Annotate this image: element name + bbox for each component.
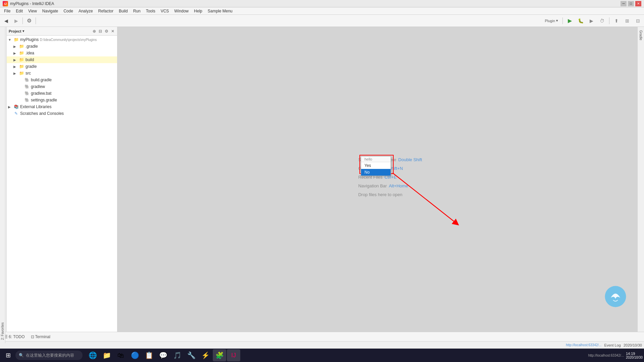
chevron-down-icon: ▾: [556, 18, 558, 23]
menu-bar: File Edit View Navigate Code Analyze Ref…: [0, 7, 644, 15]
tree-arrow-scratches: ▶: [8, 112, 13, 116]
tree-label-gradlew-bat: gradlew.bat: [31, 91, 51, 96]
tree-arrow-src: ▶: [13, 72, 19, 75]
search-placeholder: 在这里输入您要搜索的内容: [26, 353, 74, 358]
menu-samplemenu[interactable]: Sample Menu: [205, 8, 235, 14]
folder-icon-gradle: 📁: [19, 64, 24, 69]
popup-item-yes[interactable]: Yes: [361, 162, 391, 169]
editor-background: Search Everywhere Double Shift Go to Fil…: [117, 27, 637, 332]
taskbar-idea[interactable]: 🧩: [213, 349, 226, 361]
tree-arrow-gradlew-bat: ▶: [19, 92, 24, 95]
tree-item-root[interactable]: ▼ 📁 myPlugins D:\IdeaCommunity\projects\…: [7, 36, 117, 43]
tree-item-gradlew-bat[interactable]: ▶ 🐘 gradlew.bat: [7, 90, 117, 97]
update-button[interactable]: ⬆: [612, 16, 621, 26]
hint-search-key: Double Shift: [398, 155, 422, 164]
project-panel: Project ▾ ⊕ ⊟ ⚙ ✕ ▼ 📁 myPlugins D:\IdeaC…: [7, 27, 117, 332]
tree-item-gradlew[interactable]: ▶ 🐘 gradlew: [7, 83, 117, 90]
tree-item-idea[interactable]: ▶ 📁 .idea: [7, 50, 117, 56]
sidebar-item-gradle[interactable]: Gradle: [638, 28, 643, 42]
tree-item-settings-gradle[interactable]: ▶ 🐘 settings.gradle: [7, 97, 117, 103]
menu-file[interactable]: File: [1, 8, 13, 14]
favorites-tab[interactable]: 2: Favorites: [0, 320, 5, 342]
tree-item-build-gradle[interactable]: ▶ 🐘 build.gradle: [7, 77, 117, 83]
hint-drop-text: Drop files here to open: [358, 190, 402, 199]
menu-view[interactable]: View: [26, 8, 40, 14]
taskbar-chrome[interactable]: 🔵: [128, 349, 142, 361]
run-with-coverage-button[interactable]: ▶: [587, 16, 596, 26]
popup-container: hello Yes No: [361, 156, 391, 176]
hint-navbar-key: Alt+Home: [389, 182, 408, 190]
tree-item-build[interactable]: ▶ 📁 build: [7, 56, 117, 63]
run-button[interactable]: ▶: [565, 16, 575, 26]
hint-navbar: Navigation Bar Alt+Home: [358, 182, 422, 190]
popup-header: hello: [361, 156, 391, 162]
taskbar-explorer[interactable]: 📁: [100, 349, 113, 361]
tree-label-root: myPlugins D:\IdeaCommunity\projects\myPl…: [20, 37, 97, 42]
start-button[interactable]: ⊞: [1, 349, 15, 361]
panel-collapse-all[interactable]: ⊟: [98, 28, 103, 34]
menu-refactor[interactable]: Refactor: [96, 8, 116, 14]
panel-header-icons: ⊕ ⊟ ⚙ ✕: [92, 28, 115, 34]
status-timestamp: 2020/10/30: [624, 343, 642, 347]
toolbar-right: Plugin ▾ ▶ 🐛 ▶ ⏱ ⬆ ⊞ ⊟: [543, 16, 643, 26]
taskbar-app3[interactable]: 🎵: [170, 349, 184, 361]
menu-code[interactable]: Code: [61, 8, 76, 14]
taskbar-app2[interactable]: 💬: [156, 349, 170, 361]
tree-item-gradle-hidden[interactable]: ▶ 📁 .gradle: [7, 43, 117, 50]
taskbar-edge[interactable]: 🌐: [86, 349, 99, 361]
folder-icon-root: 📁: [13, 37, 19, 42]
debug-button[interactable]: 🐛: [576, 16, 585, 26]
taskbar-search[interactable]: 🔍 在这里输入您要搜索的内容: [15, 351, 83, 360]
menu-run[interactable]: Run: [131, 8, 143, 14]
menu-build[interactable]: Build: [116, 8, 131, 14]
taskbar-url: http://localhost:63342/...: [588, 354, 624, 357]
folder-icon-idea: 📁: [19, 50, 24, 56]
menu-tools[interactable]: Tools: [143, 8, 158, 14]
layout2-button[interactable]: ⊟: [633, 16, 643, 26]
main-toolbar: ◀ ▶ ⚙ Plugin ▾ ▶ 🐛 ▶ ⏱ ⬆ ⊞ ⊟: [0, 15, 644, 27]
close-button[interactable]: ✕: [635, 1, 641, 6]
folder-icon-build: 📁: [19, 57, 24, 62]
menu-analyze[interactable]: Analyze: [76, 8, 96, 14]
menu-window[interactable]: Window: [171, 8, 191, 14]
maximize-button[interactable]: □: [628, 1, 634, 6]
favorites-panel: 2: Favorites: [0, 27, 5, 343]
tree-item-gradle[interactable]: ▶ 📁 gradle: [7, 63, 117, 70]
tree-label-gradle: gradle: [26, 64, 37, 69]
forward-button[interactable]: ▶: [11, 16, 21, 26]
tab-terminal[interactable]: ⊡ Terminal: [28, 333, 53, 340]
panel-scroll-to-source[interactable]: ⊕: [92, 28, 97, 34]
settings-toolbar-button[interactable]: ⚙: [24, 16, 34, 26]
layout1-button[interactable]: ⊞: [623, 16, 632, 26]
toolbar-sep-1: [22, 17, 23, 24]
tree-item-scratches[interactable]: ▶ ✎ Scratches and Consoles: [7, 110, 117, 117]
minimize-button[interactable]: ─: [621, 1, 627, 6]
hint-navbar-text: Navigation Bar: [358, 182, 387, 190]
tree-arrow-gradle-hidden: ▶: [13, 45, 19, 48]
tree-label-build: build: [26, 57, 34, 62]
plugin-dropdown-button[interactable]: Plugin ▾: [543, 16, 560, 26]
taskbar-app1[interactable]: 📋: [142, 349, 156, 361]
back-button[interactable]: ◀: [1, 16, 11, 26]
event-log-btn[interactable]: Event Log: [604, 343, 621, 347]
toolbar-sep-3: [562, 17, 563, 24]
menu-help[interactable]: Help: [191, 8, 205, 14]
panel-settings[interactable]: ⚙: [104, 28, 109, 34]
popup-item-no[interactable]: No: [361, 169, 391, 176]
tree-arrow-gradle: ▶: [13, 65, 19, 69]
tree-item-external-libraries[interactable]: ▶ 📚 External Libraries: [7, 103, 117, 110]
tree-arrow-build-gradle: ▶: [19, 78, 24, 82]
toolbar-sep-4: [609, 17, 609, 24]
taskbar-intellij[interactable]: IJ: [227, 349, 240, 361]
taskbar-app5[interactable]: ⚡: [199, 349, 212, 361]
profile-button[interactable]: ⏱: [597, 16, 607, 26]
tree-item-src[interactable]: ▶ 📁 src: [7, 70, 117, 77]
taskbar-store[interactable]: 🛍: [114, 349, 128, 361]
taskbar-app4[interactable]: 🔧: [185, 349, 198, 361]
panel-close[interactable]: ✕: [110, 28, 115, 34]
menu-navigate[interactable]: Navigate: [40, 8, 61, 14]
menu-vcs[interactable]: VCS: [158, 8, 172, 14]
menu-edit[interactable]: Edit: [13, 8, 26, 14]
folder-icon-gradle-hidden: 📁: [19, 44, 24, 49]
tree-arrow-root: ▼: [8, 38, 13, 42]
